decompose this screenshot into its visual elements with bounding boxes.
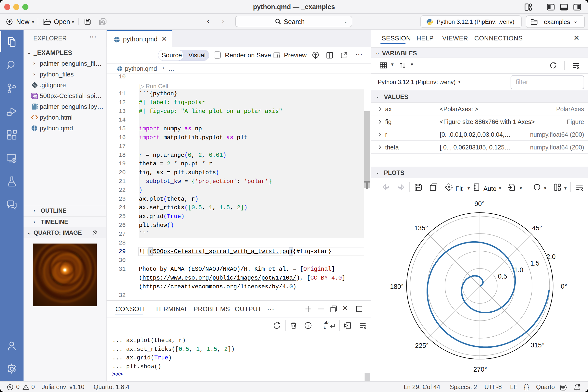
svg-text:0°: 0°: [561, 283, 567, 290]
svg-text:225°: 225°: [415, 342, 429, 349]
svg-text:0.5: 0.5: [498, 273, 507, 280]
svg-text:180°: 180°: [390, 283, 404, 290]
svg-text:2.0: 2.0: [546, 253, 556, 260]
svg-text:1.0: 1.0: [514, 266, 523, 274]
svg-text:135°: 135°: [414, 224, 428, 232]
svg-text:1.5: 1.5: [530, 260, 540, 267]
svg-text:45°: 45°: [532, 224, 542, 232]
svg-text:90°: 90°: [474, 200, 484, 208]
svg-text:315°: 315°: [531, 342, 544, 349]
svg-text:270°: 270°: [473, 366, 487, 373]
